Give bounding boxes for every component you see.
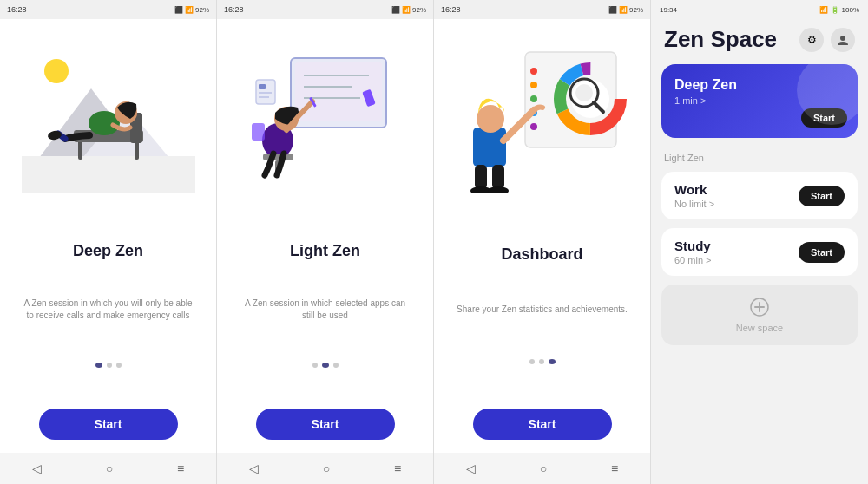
back-icon-3[interactable]: ◁: [466, 461, 476, 475]
screen-dashboard: 16:28 ⬛ 📶 92%: [434, 0, 651, 484]
status-right-3: ⬛ 📶 92%: [608, 6, 643, 14]
study-card-name: Study: [674, 239, 799, 253]
svg-rect-20: [263, 154, 293, 160]
svg-rect-24: [259, 92, 272, 94]
svg-rect-23: [259, 84, 266, 89]
status-right-2: ⬛ 📶 92%: [391, 6, 426, 14]
zen-status-time: 19:34: [660, 6, 677, 14]
svg-point-48: [840, 36, 845, 41]
light-zen-label: Light Zen: [664, 153, 704, 163]
svg-point-0: [44, 59, 69, 83]
deep-zen-start-button[interactable]: Start: [801, 108, 847, 128]
new-space-label: New space: [736, 323, 783, 333]
work-card: Work No limit > Start: [661, 172, 858, 219]
dashboard-illustration: [447, 28, 637, 201]
zen-panel: 19:34 📶 🔋 100% Zen Space ⚙ Deep Zen 1 mi…: [651, 0, 868, 484]
deep-zen-svg: [22, 36, 195, 193]
start-button-3[interactable]: Start: [473, 409, 612, 440]
study-card-info: Study 60 min >: [674, 239, 799, 265]
svg-point-43: [477, 105, 504, 133]
status-time-2: 16:28: [224, 5, 244, 14]
dashboard-svg: [456, 36, 629, 193]
dot-2-1: [312, 363, 318, 368]
dot-1-active: [95, 363, 102, 368]
svg-point-28: [530, 68, 537, 75]
svg-rect-42: [473, 128, 506, 167]
battery-1: ⬛ 📶: [174, 6, 194, 14]
status-bar-1: 16:28 ⬛ 📶 92%: [0, 0, 216, 19]
back-icon-1[interactable]: ◁: [32, 461, 42, 475]
status-time-3: 16:28: [441, 5, 461, 14]
menu-icon-3[interactable]: ≡: [611, 461, 618, 475]
dot-3-active: [549, 359, 556, 364]
profile-button[interactable]: [831, 28, 855, 52]
work-card-info: Work No limit >: [674, 182, 799, 209]
home-icon-1[interactable]: ○: [106, 461, 113, 475]
zen-panel-title: Zen Space: [664, 26, 777, 53]
work-card-time: No limit >: [674, 199, 799, 209]
back-icon-2[interactable]: ◁: [249, 461, 259, 475]
screen-deep-zen: 16:28 ⬛ 📶 92%: [0, 0, 217, 484]
battery-3: ⬛ 📶: [608, 6, 628, 14]
svg-point-29: [530, 82, 537, 88]
deep-zen-card-name: Deep Zen: [674, 77, 845, 93]
status-right-1: ⬛ 📶 92%: [174, 6, 209, 14]
svg-rect-3: [22, 156, 195, 193]
deep-zen-title: Deep Zen: [73, 242, 143, 260]
study-start-button[interactable]: Start: [799, 242, 845, 263]
status-bar-2: 16:28 ⬛ 📶 92%: [217, 0, 433, 19]
dots-2: [312, 363, 339, 368]
light-zen-desc: A Zen session in which selected apps can…: [230, 298, 420, 322]
home-icon-2[interactable]: ○: [323, 461, 330, 475]
deep-zen-illustration: [13, 28, 203, 201]
dot-2-3: [333, 363, 339, 368]
svg-rect-26: [252, 123, 265, 141]
dot-3-1: [529, 359, 535, 364]
deep-zen-card-time: 1 min >: [674, 95, 845, 106]
work-card-name: Work: [674, 182, 799, 197]
bottom-nav-1: ◁ ○ ≡: [0, 453, 216, 484]
start-button-2[interactable]: Start: [256, 409, 395, 440]
gear-button[interactable]: ⚙: [799, 28, 824, 52]
deep-zen-card: Deep Zen 1 min > Start: [661, 64, 858, 138]
work-start-button[interactable]: Start: [799, 186, 845, 206]
dot-1-2: [107, 363, 112, 368]
deep-zen-desc: A Zen session in which you will only be …: [13, 298, 203, 322]
profile-icon: [837, 34, 849, 46]
svg-point-32: [530, 123, 537, 130]
dashboard-title: Dashboard: [501, 245, 582, 264]
battery-2: ⬛ 📶: [391, 6, 411, 14]
phones-container: 16:28 ⬛ 📶 92%: [0, 0, 651, 484]
svg-point-30: [530, 95, 537, 102]
dashboard-desc: Share your Zen statistics and achievemen…: [448, 304, 636, 316]
start-button-1[interactable]: Start: [39, 409, 178, 440]
home-icon-3[interactable]: ○: [540, 461, 547, 475]
zen-panel-icons: ⚙: [799, 28, 855, 52]
status-time-1: 16:28: [7, 5, 27, 14]
status-bar-3: 16:28 ⬛ 📶 92%: [434, 0, 650, 19]
svg-rect-4: [78, 141, 82, 160]
light-zen-svg: [239, 36, 412, 193]
dots-3: [529, 359, 556, 364]
bottom-nav-3: ◁ ○ ≡: [434, 453, 650, 484]
dots-1: [95, 363, 122, 368]
light-zen-content: Light Zen A Zen session in which selecte…: [217, 19, 433, 453]
dashboard-content: Dashboard Share your Zen statistics and …: [434, 19, 650, 453]
bottom-nav-2: ◁ ○ ≡: [217, 453, 433, 484]
zen-status-right: 📶 🔋 100%: [819, 6, 859, 14]
menu-icon-1[interactable]: ≡: [177, 461, 184, 475]
zen-panel-header: Zen Space ⚙: [651, 19, 868, 57]
light-zen-section: Light Zen: [651, 145, 868, 167]
zen-panel-status-bar: 19:34 📶 🔋 100%: [651, 0, 868, 19]
screen-light-zen: 16:28 ⬛ 📶 92%: [217, 0, 434, 484]
new-space-card[interactable]: New space: [661, 285, 858, 345]
svg-point-47: [488, 186, 509, 193]
new-space-plus-icon: [750, 298, 769, 319]
dot-3-2: [539, 359, 544, 364]
menu-icon-2[interactable]: ≡: [394, 461, 401, 475]
svg-point-40: [575, 84, 593, 101]
svg-rect-44: [475, 165, 487, 189]
svg-rect-45: [492, 165, 504, 189]
svg-rect-25: [259, 96, 269, 98]
dot-2-active: [322, 363, 329, 368]
